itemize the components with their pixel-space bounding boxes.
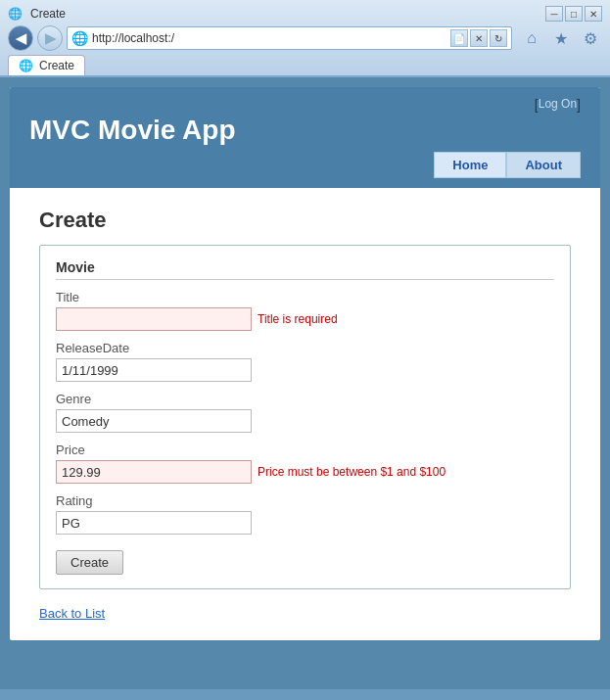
title-label: Title — [56, 290, 554, 304]
movie-form-section: Movie Title Title is required ReleaseDat… — [39, 245, 571, 589]
settings-icon[interactable]: ⚙ — [579, 26, 602, 50]
release-date-label: ReleaseDate — [56, 341, 554, 355]
address-refresh-btn[interactable]: ↻ — [490, 29, 507, 47]
title-group: Title Title is required — [56, 290, 554, 331]
main-area: Create Movie Title Title is required Rel… — [10, 188, 600, 640]
price-group: Price Price must be between $1 and $100 — [56, 443, 554, 484]
browser-icons: ⌂ ★ ⚙ — [520, 26, 602, 50]
price-input-row: Price must be between $1 and $100 — [56, 460, 554, 484]
genre-input-row — [56, 409, 554, 433]
address-favicon: 🌐 — [71, 30, 88, 46]
form-legend: Movie — [56, 259, 554, 280]
rating-input[interactable] — [56, 511, 252, 535]
site-header: [ Log On ] MVC Movie App Home About — [10, 87, 600, 188]
nav-bar: Home About — [29, 152, 581, 178]
tab-title: Create — [39, 59, 74, 72]
address-compat-btn[interactable]: 📄 — [450, 29, 468, 47]
genre-input[interactable] — [56, 409, 252, 433]
browser-toolbar: ◀ ▶ 🌐 📄 ✕ ↻ ⌂ ★ ⚙ — [8, 25, 602, 51]
rating-group: Rating — [56, 493, 554, 535]
tab-bar: 🌐 Create — [8, 55, 602, 75]
page-heading: Create — [39, 208, 571, 233]
price-error: Price must be between $1 and $100 — [258, 465, 446, 479]
title-input-row: Title is required — [56, 307, 554, 331]
favorites-icon[interactable]: ★ — [549, 26, 573, 50]
create-button[interactable]: Create — [56, 550, 123, 575]
address-actions: 📄 ✕ ↻ — [450, 29, 507, 47]
nav-home[interactable]: Home — [434, 152, 506, 178]
genre-label: Genre — [56, 392, 554, 406]
logon-link[interactable]: Log On — [539, 97, 577, 113]
release-date-input[interactable] — [56, 358, 252, 382]
restore-button[interactable]: □ — [565, 6, 583, 22]
title-input[interactable] — [56, 307, 252, 331]
release-date-input-row — [56, 358, 554, 382]
rating-input-row — [56, 511, 554, 535]
browser-titlebar: 🌐 Create ─ □ ✕ — [8, 6, 602, 22]
titlebar-controls: ─ □ ✕ — [545, 6, 602, 22]
forward-button[interactable]: ▶ — [37, 25, 63, 51]
page-content: [ Log On ] MVC Movie App Home About Crea… — [10, 87, 600, 640]
address-input[interactable] — [92, 31, 450, 45]
price-input[interactable] — [56, 460, 252, 484]
back-button[interactable]: ◀ — [8, 25, 33, 51]
browser-chrome: 🌐 Create ─ □ ✕ ◀ ▶ 🌐 📄 ✕ ↻ ⌂ ★ ⚙ � — [0, 0, 610, 77]
logon-bracket-close: ] — [577, 97, 581, 113]
nav-about[interactable]: About — [506, 152, 581, 178]
release-date-group: ReleaseDate — [56, 341, 554, 382]
back-to-list-link[interactable]: Back to List — [39, 606, 105, 621]
minimize-button[interactable]: ─ — [545, 6, 563, 22]
page-wrapper: [ Log On ] MVC Movie App Home About Crea… — [0, 77, 610, 689]
tab-favicon-icon: 🌐 — [19, 59, 33, 72]
address-bar-container: 🌐 📄 ✕ ↻ — [67, 26, 512, 50]
close-button[interactable]: ✕ — [585, 6, 602, 22]
home-icon[interactable]: ⌂ — [520, 26, 543, 50]
title-error: Title is required — [258, 312, 338, 326]
header-top: [ Log On ] — [29, 97, 581, 113]
active-tab[interactable]: 🌐 Create — [8, 55, 85, 75]
genre-group: Genre — [56, 392, 554, 433]
rating-label: Rating — [56, 493, 554, 508]
price-label: Price — [56, 443, 554, 457]
tab-favicon: 🌐 — [8, 7, 23, 21]
address-clear-btn[interactable]: ✕ — [470, 29, 488, 47]
site-title: MVC Movie App — [29, 115, 581, 146]
browser-title: Create — [30, 7, 66, 21]
